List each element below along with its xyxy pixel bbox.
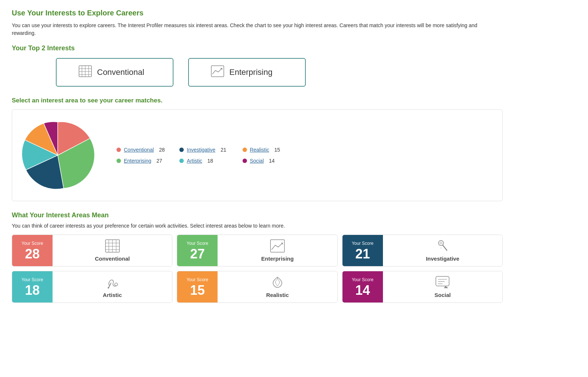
score-label-investigative: Your Score	[352, 241, 373, 246]
realistic-card-icon	[271, 276, 284, 289]
legend-artistic: Artistic 18	[179, 158, 227, 164]
score-number-social: 14	[355, 284, 370, 297]
conventional-icon	[79, 65, 92, 79]
legend-realistic: Realistic 15	[243, 147, 291, 153]
score-name-investigative: Investigative	[383, 235, 502, 266]
conventional-link[interactable]: Conventional	[124, 147, 154, 153]
page-title: Use Your Interests to Explore Careers	[12, 9, 503, 17]
realistic-dot	[243, 148, 247, 152]
svg-rect-33	[436, 276, 449, 286]
top-interest-card-conventional[interactable]: Conventional	[56, 58, 173, 87]
chart-legend: Conventional 28 Investigative 21 Realist…	[116, 147, 291, 164]
score-name-text-enterprising: Enterprising	[261, 255, 294, 262]
score-label-conventional: Your Score	[22, 241, 43, 246]
svg-point-31	[108, 287, 109, 289]
score-name-text-artistic: Artistic	[103, 292, 122, 298]
score-label-enterprising: Your Score	[187, 241, 208, 246]
artistic-score: 18	[207, 158, 213, 164]
conventional-score: 28	[159, 147, 165, 153]
conventional-dot	[116, 148, 121, 152]
legend-enterprising: Enterprising 27	[116, 158, 165, 164]
svg-rect-21	[270, 240, 284, 252]
score-card-investigative[interactable]: Your Score 21 Investigative	[342, 235, 503, 267]
enterprising-link[interactable]: Enterprising	[124, 158, 151, 164]
score-grid: Your Score 28 Conventional Your Score 27	[12, 235, 503, 303]
artistic-link[interactable]: Artistic	[187, 158, 202, 164]
investigative-score: 21	[220, 147, 226, 153]
interest-areas-title: What Your Interest Areas Mean	[12, 211, 503, 219]
chart-section: Conventional 28 Investigative 21 Realist…	[12, 109, 503, 201]
score-name-social: Social	[383, 271, 502, 302]
investigative-card-icon	[436, 239, 449, 253]
score-card-conventional[interactable]: Your Score 28 Conventional	[12, 235, 172, 267]
score-number-investigative: 21	[355, 247, 370, 261]
score-name-artistic: Artistic	[53, 271, 172, 302]
score-box-enterprising: Your Score 27	[177, 235, 218, 266]
top-interests-container: Conventional Enterprising	[12, 58, 503, 87]
investigative-link[interactable]: Investigative	[187, 147, 215, 153]
select-title: Select an interest area to see your care…	[12, 97, 503, 104]
realistic-score: 15	[275, 147, 280, 153]
social-score: 14	[269, 158, 275, 164]
top-interest-label-conventional: Conventional	[97, 68, 144, 77]
legend-conventional: Conventional 28	[116, 147, 165, 153]
intro-text: You can use your interests to explore ca…	[12, 22, 503, 37]
enterprising-card-icon	[270, 239, 285, 253]
score-name-text-investigative: Investigative	[426, 255, 459, 262]
score-number-enterprising: 27	[190, 247, 205, 261]
investigative-dot	[179, 148, 184, 152]
score-box-realistic: Your Score 15	[177, 271, 218, 302]
enterprising-icon	[211, 65, 224, 79]
score-box-investigative: Your Score 21	[343, 235, 383, 266]
score-label-social: Your Score	[352, 277, 373, 282]
score-card-enterprising[interactable]: Your Score 27 Enterprising	[177, 235, 337, 267]
social-card-icon	[435, 276, 450, 289]
score-number-conventional: 28	[25, 247, 40, 261]
svg-point-24	[440, 242, 442, 244]
score-box-conventional: Your Score 28	[12, 235, 53, 266]
score-name-text-realistic: Realistic	[266, 292, 289, 298]
score-label-realistic: Your Score	[187, 277, 208, 282]
score-name-realistic: Realistic	[218, 271, 337, 302]
score-card-realistic[interactable]: Your Score 15 Realistic	[177, 271, 337, 303]
score-number-artistic: 18	[25, 284, 40, 297]
pie-chart	[21, 119, 94, 192]
realistic-link[interactable]: Realistic	[250, 147, 269, 153]
svg-line-23	[443, 245, 447, 250]
top-interest-card-enterprising[interactable]: Enterprising	[188, 58, 306, 87]
artistic-dot	[179, 159, 184, 163]
score-card-social[interactable]: Your Score 14 Social	[342, 271, 503, 303]
score-label-artistic: Your Score	[22, 277, 43, 282]
interest-areas-desc: You can think of career interests as you…	[12, 223, 503, 229]
conventional-card-icon	[105, 239, 120, 253]
enterprising-dot	[116, 159, 121, 163]
social-link[interactable]: Social	[250, 158, 264, 164]
score-card-artistic[interactable]: Your Score 18 Artistic	[12, 271, 172, 303]
legend-social: Social 14	[243, 158, 291, 164]
social-dot	[243, 159, 247, 163]
top-interest-label-enterprising: Enterprising	[229, 68, 272, 77]
score-box-artistic: Your Score 18	[12, 271, 53, 302]
top-interests-title: Your Top 2 Interests	[12, 44, 503, 52]
score-name-text-social: Social	[434, 292, 451, 298]
enterprising-score: 27	[157, 158, 162, 164]
score-box-social: Your Score 14	[343, 271, 383, 302]
legend-investigative: Investigative 21	[179, 147, 227, 153]
score-name-text-conventional: Conventional	[95, 255, 130, 262]
score-number-realistic: 15	[190, 284, 205, 297]
score-name-enterprising: Enterprising	[218, 235, 337, 266]
score-name-conventional: Conventional	[53, 235, 172, 266]
svg-rect-7	[211, 66, 224, 77]
artistic-card-icon	[106, 276, 119, 289]
